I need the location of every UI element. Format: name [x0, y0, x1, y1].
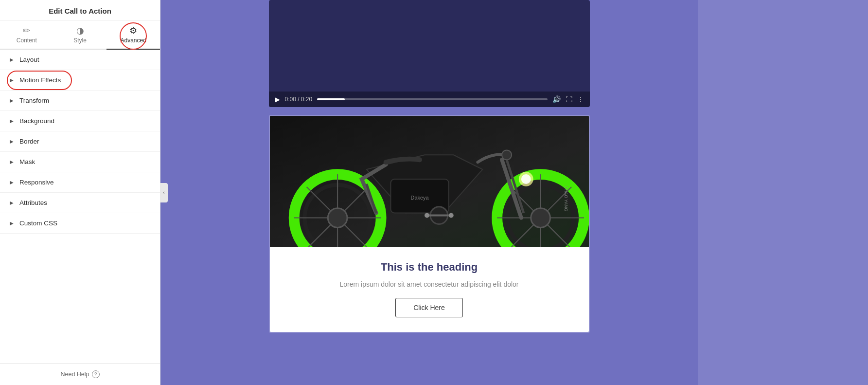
- svg-point-29: [448, 213, 453, 218]
- volume-icon[interactable]: 🔊: [552, 95, 561, 103]
- cta-heading: This is the heading: [280, 261, 579, 274]
- progress-fill: [317, 98, 345, 100]
- tab-content[interactable]: ✏ Content: [0, 20, 53, 49]
- border-label: Border: [19, 138, 39, 145]
- svg-text:CHAO YANG: CHAO YANG: [564, 185, 568, 211]
- play-button[interactable]: ▶: [275, 95, 280, 103]
- chevron-background: ▶: [10, 118, 14, 124]
- chevron-motion: ▶: [10, 77, 14, 83]
- right-background: [698, 0, 868, 385]
- chevron-transform: ▶: [10, 98, 14, 103]
- chevron-mask: ▶: [10, 159, 14, 165]
- help-icon: ?: [92, 370, 100, 378]
- video-controls: ▶ 0:00 / 0:20 🔊 ⛶ ⋮: [269, 92, 590, 107]
- panel-title: Edit Call to Action: [0, 0, 160, 20]
- svg-point-31: [521, 174, 531, 184]
- fullscreen-icon[interactable]: ⛶: [566, 95, 572, 103]
- content-icon: ✏: [23, 26, 30, 35]
- sidebar-item-transform[interactable]: ▶ Transform: [0, 91, 160, 111]
- cta-subtext: Lorem ipsum dolor sit amet consectetur a…: [280, 280, 579, 288]
- chevron-border: ▶: [10, 139, 14, 144]
- layout-label: Layout: [19, 56, 39, 63]
- sidebar-item-background[interactable]: ▶ Background: [0, 111, 160, 131]
- motion-effects-label: Motion Effects: [19, 76, 61, 84]
- sidebar-item-layout[interactable]: ▶ Layout: [0, 50, 160, 70]
- sidebar-item-responsive[interactable]: ▶ Responsive: [0, 172, 160, 193]
- progress-bar[interactable]: [317, 98, 547, 100]
- sidebar-item-attributes[interactable]: ▶ Attributes: [0, 193, 160, 213]
- tab-advanced-label: Advanced: [120, 37, 146, 44]
- tab-advanced[interactable]: ⚙ Advanced: [106, 20, 160, 50]
- tabs-row: ✏ Content ◑ Style ⚙ Advanced: [0, 20, 160, 50]
- tab-content-label: Content: [17, 37, 37, 44]
- svg-point-28: [425, 213, 429, 218]
- sidebar-item-mask[interactable]: ▶ Mask: [0, 152, 160, 172]
- left-panel: Edit Call to Action ✏ Content ◑ Style ⚙ …: [0, 0, 160, 385]
- more-options-icon[interactable]: ⋮: [577, 95, 584, 103]
- cta-card: Dakeya: [269, 115, 590, 333]
- tab-style-label: Style: [73, 37, 87, 44]
- style-icon: ◑: [76, 26, 84, 35]
- cta-button[interactable]: Click Here: [395, 298, 463, 317]
- video-right-controls: 🔊 ⛶ ⋮: [552, 95, 584, 103]
- chevron-custom-css: ▶: [10, 220, 14, 226]
- cta-image: Dakeya: [270, 116, 589, 247]
- chevron-attributes: ▶: [10, 200, 14, 205]
- background-label: Background: [19, 117, 54, 125]
- sidebar-item-motion-effects[interactable]: ▶ Motion Effects: [0, 70, 160, 91]
- sidebar-item-custom-css[interactable]: ▶ Custom CSS: [0, 213, 160, 234]
- collapse-handle[interactable]: ‹: [160, 183, 168, 202]
- transform-label: Transform: [19, 97, 49, 104]
- gear-icon: ⚙: [129, 26, 137, 35]
- svg-point-25: [502, 150, 512, 160]
- main-content: ▶ 0:00 / 0:20 🔊 ⛶ ⋮: [160, 0, 698, 385]
- chevron-responsive: ▶: [10, 180, 14, 185]
- cta-body: This is the heading Lorem ipsum dolor si…: [270, 247, 589, 332]
- need-help-label: Need Help: [60, 371, 89, 378]
- chevron-layout: ▶: [10, 57, 14, 62]
- mask-label: Mask: [19, 158, 35, 165]
- custom-css-label: Custom CSS: [19, 220, 57, 227]
- svg-text:Dakeya: Dakeya: [410, 195, 429, 201]
- time-display: 0:00 / 0:20: [285, 96, 313, 103]
- tab-style[interactable]: ◑ Style: [53, 20, 107, 49]
- panel-footer[interactable]: Need Help ?: [0, 363, 160, 385]
- attributes-label: Attributes: [19, 199, 47, 206]
- sidebar-item-border[interactable]: ▶ Border: [0, 131, 160, 152]
- video-player: ▶ 0:00 / 0:20 🔊 ⛶ ⋮: [269, 0, 590, 107]
- sidebar-menu: ▶ Layout ▶ Motion Effects ▶ Transform ▶ …: [0, 50, 160, 363]
- responsive-label: Responsive: [19, 179, 54, 186]
